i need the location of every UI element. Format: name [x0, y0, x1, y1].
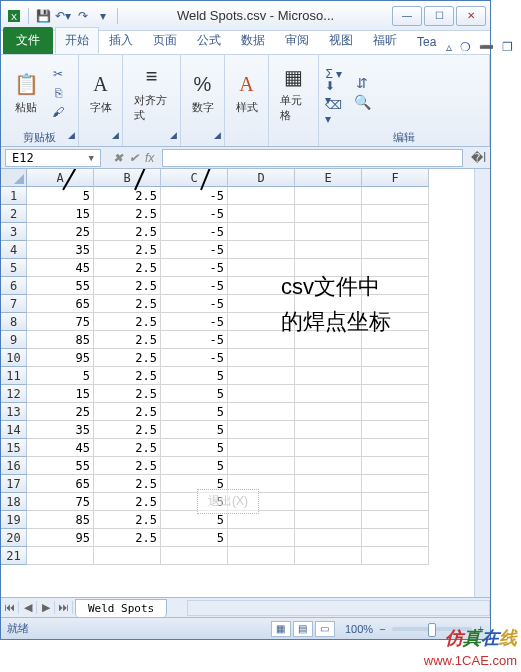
view-normal-icon[interactable]: ▦	[271, 621, 291, 637]
row-header[interactable]: 9	[1, 331, 27, 349]
cell[interactable]: 2.5	[94, 511, 161, 529]
row-header[interactable]: 5	[1, 259, 27, 277]
dialog-launcher-icon[interactable]: ◢	[214, 130, 221, 140]
maximize-button[interactable]: ☐	[424, 6, 454, 26]
cell[interactable]	[161, 547, 228, 565]
row-header[interactable]: 12	[1, 385, 27, 403]
row-header[interactable]: 18	[1, 493, 27, 511]
cell[interactable]: 2.5	[94, 223, 161, 241]
cell[interactable]	[362, 187, 429, 205]
cell[interactable]	[228, 403, 295, 421]
cell[interactable]: -5	[161, 205, 228, 223]
cell[interactable]: 25	[27, 403, 94, 421]
find-icon[interactable]: 🔍	[353, 94, 371, 110]
cell[interactable]: 85	[27, 511, 94, 529]
tab-team[interactable]: Tea	[407, 30, 446, 54]
mdi-restore-icon[interactable]: ❐	[502, 40, 513, 54]
cell[interactable]: -5	[161, 331, 228, 349]
cell[interactable]	[228, 223, 295, 241]
vertical-scrollbar[interactable]	[474, 169, 490, 597]
cell[interactable]: -5	[161, 259, 228, 277]
cell[interactable]	[295, 475, 362, 493]
cell[interactable]: 2.5	[94, 331, 161, 349]
cell[interactable]: 15	[27, 385, 94, 403]
cell[interactable]	[362, 529, 429, 547]
sheet-nav-next-icon[interactable]: ▶	[37, 601, 55, 614]
cell[interactable]	[228, 187, 295, 205]
row-header[interactable]: 19	[1, 511, 27, 529]
cell[interactable]	[295, 349, 362, 367]
sheet-tab[interactable]: Weld Spots	[75, 599, 167, 617]
cell[interactable]: 75	[27, 313, 94, 331]
cell[interactable]	[362, 493, 429, 511]
cell[interactable]: 2.5	[94, 421, 161, 439]
cell[interactable]: 35	[27, 241, 94, 259]
cell[interactable]	[295, 529, 362, 547]
cell[interactable]: 95	[27, 349, 94, 367]
mdi-minimize-icon[interactable]: ➖	[479, 40, 494, 54]
cell[interactable]: -5	[161, 313, 228, 331]
dialog-launcher-icon[interactable]: ◢	[170, 130, 177, 140]
cell[interactable]: 5	[161, 421, 228, 439]
cancel-formula-icon[interactable]: ✖	[113, 151, 123, 165]
cell[interactable]: 55	[27, 277, 94, 295]
formula-input[interactable]	[162, 149, 463, 167]
dialog-launcher-icon[interactable]: ◢	[112, 130, 119, 140]
number-button[interactable]: % 数字	[184, 68, 222, 117]
column-header[interactable]: C	[161, 169, 228, 187]
cell[interactable]	[295, 367, 362, 385]
cell[interactable]: 5	[161, 529, 228, 547]
cell[interactable]	[228, 439, 295, 457]
paste-button[interactable]: 📋 粘贴	[7, 68, 45, 117]
zoom-out-button[interactable]: −	[379, 623, 385, 635]
name-box[interactable]: E12 ▼	[5, 149, 101, 167]
row-header[interactable]: 10	[1, 349, 27, 367]
sheet-nav-first-icon[interactable]: ⏮	[1, 601, 19, 614]
row-header[interactable]: 8	[1, 313, 27, 331]
cell[interactable]	[362, 421, 429, 439]
cell[interactable]: 5	[161, 457, 228, 475]
column-header[interactable]: A	[27, 169, 94, 187]
cell[interactable]	[295, 187, 362, 205]
qat-dropdown-icon[interactable]: ▾	[94, 7, 112, 25]
fx-icon[interactable]: fx	[145, 151, 154, 165]
minimize-button[interactable]: —	[392, 6, 422, 26]
cell[interactable]: -5	[161, 277, 228, 295]
save-icon[interactable]: 💾	[34, 7, 52, 25]
cell[interactable]	[362, 511, 429, 529]
cell[interactable]: 2.5	[94, 493, 161, 511]
tab-data[interactable]: 数据	[231, 27, 275, 54]
cell[interactable]: 2.5	[94, 313, 161, 331]
cell[interactable]: 2.5	[94, 529, 161, 547]
cell[interactable]	[362, 439, 429, 457]
cell[interactable]: -5	[161, 223, 228, 241]
cell[interactable]: -5	[161, 295, 228, 313]
cell[interactable]	[228, 205, 295, 223]
column-header[interactable]: F	[362, 169, 429, 187]
row-header[interactable]: 11	[1, 367, 27, 385]
cell[interactable]: 5	[27, 367, 94, 385]
cell[interactable]: 2.5	[94, 187, 161, 205]
chevron-down-icon[interactable]: ▼	[89, 153, 94, 163]
cell[interactable]	[228, 349, 295, 367]
cell[interactable]	[362, 457, 429, 475]
select-all-corner[interactable]	[1, 169, 27, 187]
tab-home[interactable]: 开始	[55, 27, 99, 54]
dialog-launcher-icon[interactable]: ◢	[68, 130, 75, 140]
view-layout-icon[interactable]: ▤	[293, 621, 313, 637]
cell[interactable]: 2.5	[94, 439, 161, 457]
redo-icon[interactable]: ↷	[74, 7, 92, 25]
cell[interactable]	[94, 547, 161, 565]
cell[interactable]: 25	[27, 223, 94, 241]
cell[interactable]: 2.5	[94, 241, 161, 259]
cell[interactable]: 2.5	[94, 475, 161, 493]
column-header[interactable]: B	[94, 169, 161, 187]
cell[interactable]	[27, 547, 94, 565]
row-header[interactable]: 21	[1, 547, 27, 565]
styles-button[interactable]: A 样式	[228, 68, 266, 117]
cell[interactable]: 95	[27, 529, 94, 547]
cell[interactable]: 45	[27, 259, 94, 277]
cell[interactable]: 5	[161, 385, 228, 403]
cut-icon[interactable]: ✂	[49, 66, 67, 82]
sheet-nav-last-icon[interactable]: ⏭	[55, 601, 73, 614]
